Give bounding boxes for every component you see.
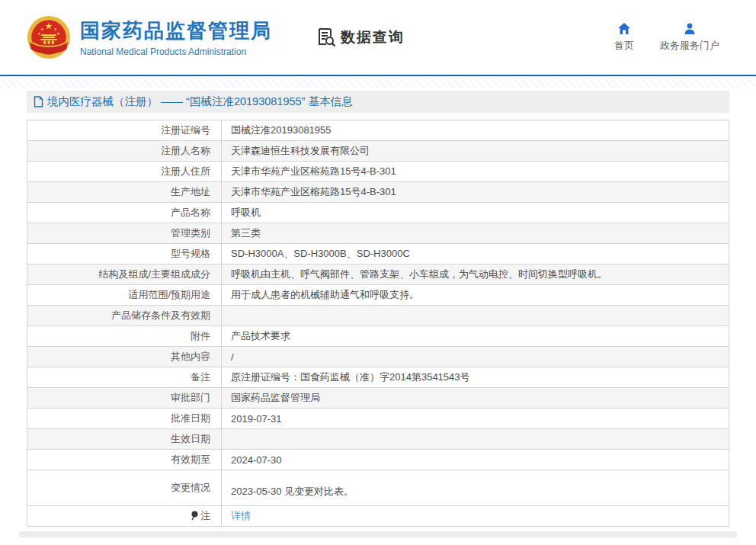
nmpa-logo[interactable]: 国家药品监督管理局 National Medical Products Admi…: [27, 15, 272, 59]
row-label: 有效期至: [27, 450, 222, 470]
site-header: 国家药品监督管理局 National Medical Products Admi…: [0, 0, 756, 76]
row-label: 结构及组成/主要组成成分: [27, 264, 222, 285]
row-label: 附件: [27, 326, 222, 347]
table-row: 型号规格SD-H3000A、SD-H3000B、SD-H3000C: [27, 244, 729, 264]
table-row: 适用范围/预期用途用于成人患者的机械辅助通气和呼吸支持。: [27, 285, 729, 306]
row-label: 注册人名称: [27, 141, 222, 162]
national-emblem-icon: [27, 15, 71, 59]
breadcrumb-text: 境内医疗器械（注册） —— “国械注准20193081955” 基本信息: [47, 95, 352, 109]
row-value: 天津市华苑产业区榕苑路15号4-B-301: [222, 162, 729, 182]
nav-gov-portal-label: 政务服务门户: [660, 39, 719, 53]
footer-strip: [19, 531, 737, 537]
row-label: 备注: [27, 367, 222, 388]
table-row: 生产地址天津市华苑产业区榕苑路15号4-B-301: [27, 182, 729, 203]
registration-detail-table: 注册证编号国械注准20193081955注册人名称天津森迪恒生科技发展有限公司注…: [27, 120, 729, 527]
top-nav: 首页 政务服务门户: [614, 22, 719, 53]
site-subtitle: National Medical Products Administration: [80, 46, 272, 57]
table-row: 结构及组成/主要组成成分呼吸机由主机、呼气阀部件、管路支架、小车组成，为气动电控…: [27, 264, 729, 285]
breadcrumb: 境内医疗器械（注册） —— “国械注准20193081955” 基本信息: [27, 91, 729, 113]
table-row: 产品名称呼吸机: [27, 203, 729, 223]
row-label: 产品名称: [27, 203, 222, 223]
row-value: [222, 429, 729, 450]
table-row: 管理类别第三类: [27, 223, 729, 244]
row-value: 天津市华苑产业区榕苑路15号4-B-301: [222, 182, 729, 203]
table-row: 变更情况2023-05-30 见变更对比表。: [27, 470, 729, 506]
row-value: 产品技术要求: [222, 326, 729, 347]
nav-gov-portal[interactable]: 政务服务门户: [660, 22, 719, 53]
detail-link[interactable]: 详情: [231, 510, 251, 521]
table-row: 产品储存条件及有效期: [27, 306, 729, 326]
row-value: 2024-07-30: [222, 450, 729, 470]
row-value: 用于成人患者的机械辅助通气和呼吸支持。: [222, 285, 729, 306]
row-label: 其他内容: [27, 347, 222, 367]
row-value: 2019-07-31: [222, 409, 729, 429]
row-value: /: [222, 347, 729, 367]
table-row: 注详情: [27, 506, 729, 527]
row-label: 注册人住所: [27, 162, 222, 182]
row-label: 型号规格: [27, 244, 222, 264]
page-icon: [34, 96, 43, 107]
row-label: 注: [27, 506, 222, 527]
header-texture-band: [0, 78, 756, 88]
row-value: 天津森迪恒生科技发展有限公司: [222, 141, 729, 162]
row-value: 详情: [222, 506, 729, 527]
home-icon: [617, 22, 631, 36]
nav-home[interactable]: 首页: [614, 22, 634, 53]
data-query-label: 数据查询: [341, 27, 405, 47]
row-label: 管理类别: [27, 223, 222, 244]
row-value: 国械注准20193081955: [222, 120, 729, 141]
row-label: 审批部门: [27, 388, 222, 409]
table-row: 注册人住所天津市华苑产业区榕苑路15号4-B-301: [27, 162, 729, 182]
table-row: 注册人名称天津森迪恒生科技发展有限公司: [27, 141, 729, 162]
table-row: 备注原注册证编号：国食药监械（准）字2014第3541543号: [27, 367, 729, 388]
document-search-icon: [316, 27, 336, 47]
table-row: 注册证编号国械注准20193081955: [27, 120, 729, 141]
row-value: 原注册证编号：国食药监械（准）字2014第3541543号: [222, 367, 729, 388]
content-panel: 境内医疗器械（注册） —— “国械注准20193081955” 基本信息 注册证…: [19, 89, 737, 527]
row-label: 适用范围/预期用途: [27, 285, 222, 306]
row-label: 产品储存条件及有效期: [27, 306, 222, 326]
table-row: 其他内容/: [27, 347, 729, 367]
row-value: 呼吸机: [222, 203, 729, 223]
row-value: 第三类: [222, 223, 729, 244]
table-row: 批准日期2019-07-31: [27, 409, 729, 429]
data-query-tab[interactable]: 数据查询: [316, 27, 405, 47]
row-value: 2023-05-30 见变更对比表。: [222, 470, 729, 506]
row-label: 批准日期: [27, 409, 222, 429]
row-label: 生效日期: [27, 429, 222, 450]
row-value: 呼吸机由主机、呼气阀部件、管路支架、小车组成，为气动电控、时间切换型呼吸机。: [222, 264, 729, 285]
note-pin-icon: [191, 511, 199, 521]
row-label: 注册证编号: [27, 120, 222, 141]
site-title: 国家药品监督管理局: [80, 18, 272, 44]
row-value: [222, 306, 729, 326]
table-row: 有效期至2024-07-30: [27, 450, 729, 470]
row-value: 国家药品监督管理局: [222, 388, 729, 409]
row-value: SD-H3000A、SD-H3000B、SD-H3000C: [222, 244, 729, 264]
table-row: 审批部门国家药品监督管理局: [27, 388, 729, 409]
user-icon: [683, 22, 697, 36]
nav-home-label: 首页: [614, 39, 634, 53]
table-row: 生效日期: [27, 429, 729, 450]
table-row: 附件产品技术要求: [27, 326, 729, 347]
row-label: 生产地址: [27, 182, 222, 203]
row-label: 变更情况: [27, 470, 222, 506]
